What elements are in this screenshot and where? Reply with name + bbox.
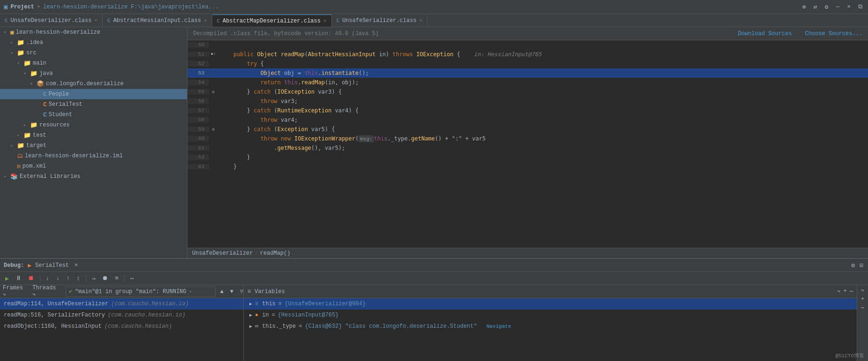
thread-down-btn[interactable]: ▼: [228, 287, 235, 296]
breakpoints-btn[interactable]: ⏺: [100, 274, 111, 283]
tab-abstract-hessian[interactable]: C AbstractHessianInput.class ×: [103, 15, 212, 27]
frame-item-0[interactable]: readMap:114, UnsafeDeserializer (com.cau…: [0, 298, 243, 309]
line-content: public Object readMap(AbstractHessianInp…: [218, 51, 868, 58]
tree-item-iml[interactable]: 🗂 learn-hession-deserialize.iml: [0, 151, 187, 161]
tree-toggle[interactable]: ▾: [30, 81, 37, 87]
tab-label: UnsafeSerializer.class: [342, 17, 416, 24]
tree-item-src[interactable]: ▾ 📁 src: [0, 48, 187, 58]
choose-sources-link[interactable]: Choose Sources...: [805, 30, 862, 37]
tree-toggle[interactable]: ▾: [17, 60, 23, 66]
expand-icon[interactable]: ▶: [249, 324, 252, 329]
tab-unsafe-serializer[interactable]: C UnsafeSerializer.class ×: [332, 15, 428, 27]
tree-item-student[interactable]: C Student: [0, 110, 187, 120]
code-line-51: 51 ●↑ public Object readMap(AbstractHess…: [187, 50, 868, 59]
tree-toggle[interactable]: ▾: [4, 29, 10, 35]
class-icon: C: [43, 111, 47, 118]
check-icon: ✔: [69, 288, 72, 295]
tree-toggle[interactable]: ▾: [23, 71, 30, 76]
tree-item-root[interactable]: ▾ ▣ learn-hession-deserialize: [0, 27, 187, 37]
tree-item-people[interactable]: C People: [0, 89, 187, 99]
side-btn-arrow[interactable]: ↷: [861, 287, 864, 294]
variables-header: ≡ Variables ↷ + ⋯: [244, 285, 857, 298]
stop-btn[interactable]: ⏹: [26, 274, 37, 283]
tree-toggle[interactable]: ▸: [17, 133, 23, 138]
code-line-56: 56 throw var3;: [187, 96, 868, 106]
tree-item-main[interactable]: ▾ 📁 main: [0, 58, 187, 68]
sync-icon[interactable]: ⇄: [812, 2, 819, 12]
var-item-type[interactable]: ▶ ∞ this._type = {Class@632} "class com.…: [244, 321, 857, 332]
evaluate-btn[interactable]: ⇒: [90, 274, 98, 283]
resume-btn[interactable]: ▶: [3, 274, 11, 283]
tab-class-icon: C: [107, 18, 111, 23]
thread-selector[interactable]: ✔ "main"@1 in group "main": RUNNING ▾: [66, 287, 216, 297]
tree-toggle[interactable]: ▸: [4, 174, 10, 179]
tab-close[interactable]: ×: [94, 18, 97, 23]
frame-item-1[interactable]: readMap:516, SerializerFactory (com.cauc…: [0, 309, 243, 321]
var-item-in[interactable]: ▶ ● in = {HessianInput@765}: [244, 309, 857, 321]
project-dropdown-arrow[interactable]: ▾: [37, 3, 40, 10]
tree-item-target[interactable]: ▸ 📁 target: [0, 140, 187, 151]
add-variable-btn[interactable]: +: [844, 288, 847, 295]
breadcrumb-class[interactable]: UnsafeDeserializer: [192, 250, 253, 257]
restore-icon[interactable]: ⧉: [856, 2, 864, 12]
xml-icon: m: [17, 163, 21, 170]
tree-toggle[interactable]: ▸: [10, 40, 17, 45]
tree-item-idea[interactable]: ▸ 📁 .idea: [0, 37, 187, 48]
tree-toggle[interactable]: ▾: [10, 50, 17, 56]
tree-item-serialtest[interactable]: C SerialTest: [0, 99, 187, 110]
code-editor[interactable]: 50 51 ●↑ public Object readMap(AbstractH…: [187, 40, 868, 248]
frames-label: Frames ↷: [3, 285, 23, 298]
tree-toggle[interactable]: ▸: [23, 122, 30, 128]
debug-close-btn[interactable]: ×: [75, 262, 78, 269]
variables-arrow-left[interactable]: ↷: [837, 288, 840, 295]
step-into-btn[interactable]: ↓: [54, 274, 62, 283]
minimize-icon[interactable]: —: [834, 2, 841, 12]
dropdown-arrow[interactable]: ▾: [189, 289, 192, 295]
thread-up-btn[interactable]: ▲: [218, 287, 225, 296]
download-sources-link[interactable]: Download Sources: [738, 30, 792, 37]
breadcrumb-method[interactable]: readMap(): [260, 250, 291, 257]
title-bar-left: ▣ Project ▾ learn-hession-deserialize F:…: [4, 3, 219, 11]
tree-item-ext-libs[interactable]: ▸ 📚 External Libraries: [0, 171, 187, 182]
navigate-link[interactable]: Navigate: [486, 324, 511, 329]
tree-item-test[interactable]: ▸ 📁 test: [0, 130, 187, 140]
step-over-btn[interactable]: ↓: [44, 274, 52, 283]
tab-close[interactable]: ×: [204, 18, 207, 23]
tab-label: AbstractMapDeserializer.class: [223, 18, 321, 24]
line-number: 54: [187, 80, 209, 85]
expand-icon[interactable]: ▶: [249, 312, 252, 318]
expand-icon[interactable]: ▶: [249, 301, 252, 307]
tree-item-pom[interactable]: m pom.xml: [0, 161, 187, 171]
debug-icons: ⚙ ⊡: [850, 261, 864, 270]
variables-more-btn[interactable]: ⋯: [850, 288, 853, 295]
close-icon[interactable]: ×: [845, 2, 853, 12]
code-line-54: 54 return this.readMap(in, obj);: [187, 78, 868, 87]
tree-toggle[interactable]: ▸: [10, 143, 17, 148]
settings-btn[interactable]: ⋯: [128, 274, 136, 283]
var-eq: =: [299, 323, 302, 330]
debug-settings-icon[interactable]: ⚙: [850, 261, 856, 270]
frame-item-2[interactable]: readObject:1160, HessianInput (com.cauch…: [0, 321, 243, 332]
thread-filter-btn[interactable]: ▽: [238, 287, 244, 296]
navigate-icon[interactable]: ⊕: [801, 2, 808, 12]
side-btn-add[interactable]: +: [861, 296, 864, 302]
folder-icon: 📁: [23, 132, 31, 139]
tab-unsafe-deserializer[interactable]: C UnsafeDeserializer.class ×: [0, 15, 103, 27]
debug-restore-icon[interactable]: ⊡: [859, 261, 864, 270]
tree-item-java[interactable]: ▾ 📁 java: [0, 68, 187, 79]
run-cursor-btn[interactable]: ↕: [74, 274, 82, 283]
tab-close[interactable]: ×: [419, 18, 423, 23]
tree-item-resources[interactable]: ▸ 📁 resources: [0, 120, 187, 130]
tree-item-package[interactable]: ▾ 📦 com.longofo.deserialize: [0, 79, 187, 89]
side-btn-more[interactable]: ⋯: [861, 304, 864, 311]
var-value: {HessianInput@765}: [278, 312, 339, 318]
project-title[interactable]: Project: [10, 4, 34, 10]
var-item-this[interactable]: ▶ ≡ this = {UnsafeDeserializer@984}: [244, 298, 857, 309]
decompiled-notice: Decompiled .class file, bytecode version…: [187, 27, 868, 40]
settings-icon[interactable]: ⚙: [823, 2, 831, 12]
step-out-btn[interactable]: ↑: [64, 274, 72, 283]
tab-abstract-map-deserializer[interactable]: C AbstractMapDeserializer.class ×: [212, 15, 332, 27]
mute-btn[interactable]: ≡: [112, 274, 121, 283]
pause-btn[interactable]: ⏸: [13, 274, 24, 283]
tab-close[interactable]: ×: [323, 18, 327, 24]
